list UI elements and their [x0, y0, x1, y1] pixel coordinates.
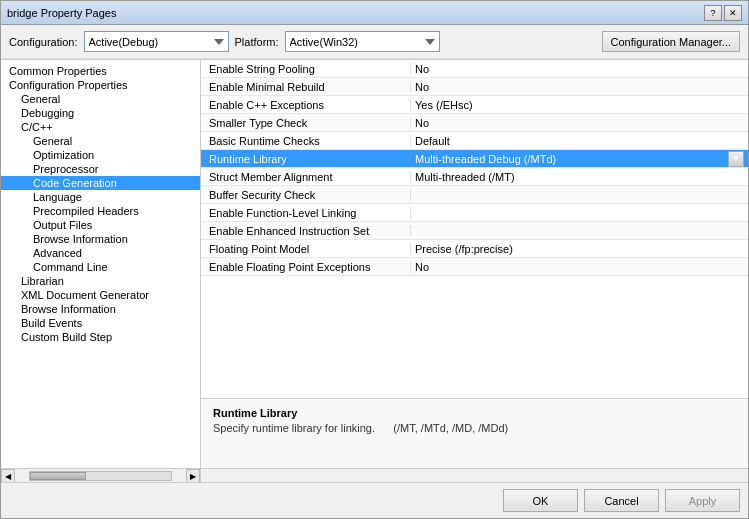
prop-name-minimal-rebuild: Enable Minimal Rebuild — [201, 81, 411, 93]
prop-row-enhanced-instruction: Enable Enhanced Instruction Set — [201, 222, 748, 240]
right-panel: Enable String Pooling No Enable Minimal … — [201, 60, 748, 468]
prop-row-struct-alignment: Struct Member Alignment Multi-threaded (… — [201, 168, 748, 186]
tree-item-xml-doc-generator[interactable]: XML Document Generator — [1, 288, 200, 302]
scroll-track — [29, 471, 172, 481]
prop-value-struct-alignment[interactable]: Multi-threaded (/MT) — [411, 171, 748, 183]
tree-item-browse-information[interactable]: Browse Information — [1, 302, 200, 316]
prop-name-float-exceptions: Enable Floating Point Exceptions — [201, 261, 411, 273]
config-label: Configuration: — [9, 36, 78, 48]
dropdown-arrow-icon[interactable]: ▼ — [728, 151, 744, 167]
prop-row-buffer-security: Buffer Security Check — [201, 186, 748, 204]
cancel-button[interactable]: Cancel — [584, 489, 659, 512]
properties-table: Enable String Pooling No Enable Minimal … — [201, 60, 748, 398]
prop-row-runtime-library[interactable]: Runtime Library Multi-threaded Debug (/M… — [201, 150, 748, 168]
apply-button[interactable]: Apply — [665, 489, 740, 512]
right-scroll-spacer — [201, 469, 748, 482]
prop-name-struct-alignment: Struct Member Alignment — [201, 171, 411, 183]
left-scrollbar[interactable]: ◀ ▶ — [1, 469, 201, 483]
tree-item-output-files[interactable]: Output Files — [1, 218, 200, 232]
tree-item-custom-build-step[interactable]: Custom Build Step — [1, 330, 200, 344]
main-content: Common Properties Configuration Properti… — [1, 59, 748, 468]
prop-name-enhanced-instruction: Enable Enhanced Instruction Set — [201, 225, 411, 237]
tree-item-config-properties[interactable]: Configuration Properties — [1, 78, 200, 92]
tree-item-preprocessor[interactable]: Preprocessor — [1, 162, 200, 176]
tree-item-librarian[interactable]: Librarian — [1, 274, 200, 288]
prop-row-smaller-type: Smaller Type Check No — [201, 114, 748, 132]
prop-value-cpp-exceptions[interactable]: Yes (/EHsc) — [411, 99, 748, 111]
tree-item-debugging[interactable]: Debugging — [1, 106, 200, 120]
scroll-left-arrow[interactable]: ◀ — [1, 469, 15, 483]
bottom-bar: OK Cancel Apply — [1, 482, 748, 518]
platform-label: Platform: — [235, 36, 279, 48]
tree-item-precompiled-headers[interactable]: Precompiled Headers — [1, 204, 200, 218]
prop-row-minimal-rebuild: Enable Minimal Rebuild No — [201, 78, 748, 96]
tree-item-common-properties[interactable]: Common Properties — [1, 64, 200, 78]
tree-item-cpp[interactable]: C/C++ — [1, 120, 200, 134]
scroll-thumb[interactable] — [30, 472, 86, 480]
configuration-select[interactable]: Active(Debug) — [84, 31, 229, 52]
info-title: Runtime Library — [213, 407, 736, 419]
prop-value-float-exceptions[interactable]: No — [411, 261, 748, 273]
prop-name-string-pooling: Enable String Pooling — [201, 63, 411, 75]
prop-name-runtime-checks: Basic Runtime Checks — [201, 135, 411, 147]
prop-value-string-pooling[interactable]: No — [411, 63, 748, 75]
prop-value-runtime-library[interactable]: Multi-threaded Debug (/MTd) ▼ Multi-thre… — [411, 151, 748, 167]
ok-button[interactable]: OK — [503, 489, 578, 512]
prop-name-runtime-library: Runtime Library — [201, 153, 411, 165]
config-bar: Configuration: Active(Debug) Platform: A… — [1, 25, 748, 59]
tree-item-language[interactable]: Language — [1, 190, 200, 204]
help-button[interactable]: ? — [704, 5, 722, 21]
prop-row-string-pooling: Enable String Pooling No — [201, 60, 748, 78]
prop-row-function-level: Enable Function-Level Linking — [201, 204, 748, 222]
tree-item-browse-information-sub[interactable]: Browse Information — [1, 232, 200, 246]
prop-row-float-model: Floating Point Model Precise (/fp:precis… — [201, 240, 748, 258]
tree-item-build-events[interactable]: Build Events — [1, 316, 200, 330]
prop-name-buffer-security: Buffer Security Check — [201, 189, 411, 201]
left-panel: Common Properties Configuration Properti… — [1, 60, 201, 468]
prop-value-smaller-type[interactable]: No — [411, 117, 748, 129]
window-title: bridge Property Pages — [7, 7, 116, 19]
prop-name-float-model: Floating Point Model — [201, 243, 411, 255]
prop-row-cpp-exceptions: Enable C++ Exceptions Yes (/EHsc) — [201, 96, 748, 114]
scroll-area: ◀ ▶ — [1, 468, 748, 482]
title-bar: bridge Property Pages ? ✕ — [1, 1, 748, 25]
prop-name-smaller-type: Smaller Type Check — [201, 117, 411, 129]
title-bar-buttons: ? ✕ — [704, 5, 742, 21]
prop-row-runtime-checks: Basic Runtime Checks Default — [201, 132, 748, 150]
prop-value-minimal-rebuild[interactable]: No — [411, 81, 748, 93]
info-values-text: (/MT, /MTd, /MD, /MDd) — [393, 422, 508, 434]
scroll-right-arrow[interactable]: ▶ — [186, 469, 200, 483]
property-pages-window: bridge Property Pages ? ✕ Configuration:… — [0, 0, 749, 519]
tree-item-general[interactable]: General — [1, 92, 200, 106]
prop-name-cpp-exceptions: Enable C++ Exceptions — [201, 99, 411, 111]
info-desc-text: Specify runtime library for linking. — [213, 422, 375, 434]
tree-item-optimization[interactable]: Optimization — [1, 148, 200, 162]
tree-item-code-generation[interactable]: Code Generation — [1, 176, 200, 190]
info-panel: Runtime Library Specify runtime library … — [201, 398, 748, 468]
tree-item-command-line[interactable]: Command Line — [1, 260, 200, 274]
info-description: Specify runtime library for linking. (/M… — [213, 422, 736, 434]
prop-row-float-exceptions: Enable Floating Point Exceptions No — [201, 258, 748, 276]
platform-select[interactable]: Active(Win32) — [285, 31, 440, 52]
close-button[interactable]: ✕ — [724, 5, 742, 21]
tree-item-advanced[interactable]: Advanced — [1, 246, 200, 260]
config-manager-button[interactable]: Configuration Manager... — [602, 31, 740, 52]
runtime-library-value: Multi-threaded Debug (/MTd) — [415, 153, 556, 165]
prop-name-function-level: Enable Function-Level Linking — [201, 207, 411, 219]
prop-value-runtime-checks[interactable]: Default — [411, 135, 748, 147]
tree-item-cpp-general[interactable]: General — [1, 134, 200, 148]
prop-value-float-model[interactable]: Precise (/fp:precise) — [411, 243, 748, 255]
